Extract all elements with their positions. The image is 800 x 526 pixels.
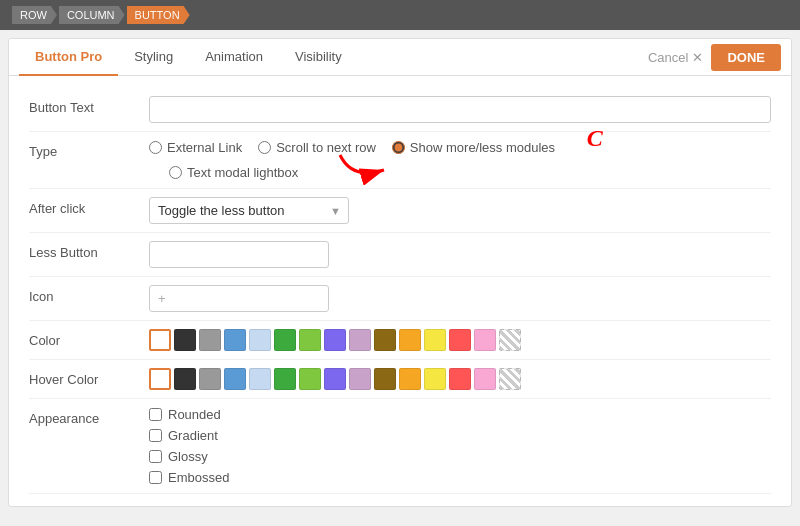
color-swatch-lilac[interactable]: [349, 329, 371, 351]
hover-swatch-lightblue[interactable]: [249, 368, 271, 390]
appearance-glossy[interactable]: Glossy: [149, 449, 771, 464]
after-click-control: Toggle the less button Do nothing Hide b…: [149, 197, 771, 224]
color-swatch-gray[interactable]: [199, 329, 221, 351]
button-text-input[interactable]: Button Text: [149, 96, 771, 123]
after-click-label: After click: [29, 197, 149, 216]
color-control: [149, 329, 771, 351]
breadcrumb-column[interactable]: COLUMN: [59, 6, 125, 24]
type-external-link[interactable]: External Link: [149, 140, 242, 155]
hover-swatch-lilac[interactable]: [349, 368, 371, 390]
appearance-gradient-label: Gradient: [168, 428, 218, 443]
hover-color-label: Hover Color: [29, 368, 149, 387]
color-swatch-orange[interactable]: [399, 329, 421, 351]
breadcrumb-bar: ROW COLUMN BUTTON: [0, 0, 800, 30]
color-swatch-brown[interactable]: [374, 329, 396, 351]
after-click-select[interactable]: Toggle the less button Do nothing Hide b…: [149, 197, 349, 224]
hover-swatch-yellow[interactable]: [424, 368, 446, 390]
type-modal-radio[interactable]: [169, 166, 182, 179]
color-swatch-blue[interactable]: [224, 329, 246, 351]
type-scroll-radio[interactable]: [258, 141, 271, 154]
button-text-label: Button Text: [29, 96, 149, 115]
type-label: Type: [29, 140, 149, 159]
tab-button-pro[interactable]: Button Pro: [19, 39, 118, 76]
hover-color-swatches: [149, 368, 771, 390]
appearance-embossed-checkbox[interactable]: [149, 471, 162, 484]
color-swatch-pink[interactable]: [474, 329, 496, 351]
type-modal-label: Text modal lightbox: [187, 165, 298, 180]
hover-swatch-gray[interactable]: [199, 368, 221, 390]
color-swatch-yellow[interactable]: [424, 329, 446, 351]
type-modal[interactable]: Text modal lightbox: [169, 165, 771, 180]
hover-color-row: Hover Color: [29, 360, 771, 399]
color-swatch-white[interactable]: [149, 329, 171, 351]
button-text-row: Button Text Button Text: [29, 88, 771, 132]
tab-animation[interactable]: Animation: [189, 39, 279, 76]
type-control: External Link Scroll to next row Show mo…: [149, 140, 771, 180]
tabs-actions: Cancel ✕ DONE: [648, 44, 781, 71]
appearance-label: Appearance: [29, 407, 149, 426]
type-scroll-label: Scroll to next row: [276, 140, 376, 155]
type-scroll[interactable]: Scroll to next row: [258, 140, 376, 155]
icon-row: Icon: [29, 277, 771, 321]
appearance-row: Appearance Rounded Gradient Glossy: [29, 399, 771, 494]
appearance-checkbox-group: Rounded Gradient Glossy Embossed: [149, 407, 771, 485]
color-swatch-red[interactable]: [449, 329, 471, 351]
type-radio-group: External Link Scroll to next row Show mo…: [149, 140, 771, 180]
icon-input[interactable]: [149, 285, 329, 312]
hover-swatch-orange[interactable]: [399, 368, 421, 390]
done-button[interactable]: DONE: [711, 44, 781, 71]
color-swatch-lightblue[interactable]: [249, 329, 271, 351]
type-row: Type External Link Scroll to next row: [29, 132, 771, 189]
after-click-select-wrapper: Toggle the less button Do nothing Hide b…: [149, 197, 349, 224]
appearance-rounded[interactable]: Rounded: [149, 407, 771, 422]
type-showmore-radio[interactable]: [392, 141, 405, 154]
hover-swatch-green[interactable]: [274, 368, 296, 390]
less-button-row: Less Button: [29, 233, 771, 277]
tabs-bar: Button Pro Styling Animation Visibility …: [9, 39, 791, 76]
appearance-control: Rounded Gradient Glossy Embossed: [149, 407, 771, 485]
less-button-input[interactable]: [149, 241, 329, 268]
type-external-label: External Link: [167, 140, 242, 155]
less-button-label: Less Button: [29, 241, 149, 260]
type-external-radio[interactable]: [149, 141, 162, 154]
icon-control: [149, 285, 771, 312]
color-swatch-purple[interactable]: [324, 329, 346, 351]
color-swatch-green[interactable]: [274, 329, 296, 351]
appearance-gradient-checkbox[interactable]: [149, 429, 162, 442]
main-panel: Button Pro Styling Animation Visibility …: [8, 38, 792, 507]
color-swatch-lightgreen[interactable]: [299, 329, 321, 351]
appearance-rounded-label: Rounded: [168, 407, 221, 422]
hover-swatch-blue[interactable]: [224, 368, 246, 390]
hover-swatch-black[interactable]: [174, 368, 196, 390]
appearance-glossy-label: Glossy: [168, 449, 208, 464]
breadcrumb-button[interactable]: BUTTON: [127, 6, 190, 24]
hover-color-control: [149, 368, 771, 390]
hover-swatch-purple[interactable]: [324, 368, 346, 390]
type-showmore-label: Show more/less modules: [410, 140, 555, 155]
appearance-embossed[interactable]: Embossed: [149, 470, 771, 485]
close-icon[interactable]: ✕: [692, 50, 703, 65]
hover-swatch-red[interactable]: [449, 368, 471, 390]
color-swatch-pattern[interactable]: [499, 329, 521, 351]
appearance-glossy-checkbox[interactable]: [149, 450, 162, 463]
color-label: Color: [29, 329, 149, 348]
breadcrumb-row[interactable]: ROW: [12, 6, 57, 24]
color-swatch-black[interactable]: [174, 329, 196, 351]
tab-visibility[interactable]: Visibility: [279, 39, 358, 76]
hover-swatch-lightgreen[interactable]: [299, 368, 321, 390]
form-body: Button Text Button Text Type External Li…: [9, 76, 791, 506]
hover-swatch-brown[interactable]: [374, 368, 396, 390]
tab-styling[interactable]: Styling: [118, 39, 189, 76]
less-button-control: [149, 241, 771, 268]
color-row: Color: [29, 321, 771, 360]
icon-label: Icon: [29, 285, 149, 304]
hover-swatch-white[interactable]: [149, 368, 171, 390]
hover-swatch-pink[interactable]: [474, 368, 496, 390]
appearance-rounded-checkbox[interactable]: [149, 408, 162, 421]
annotation-container: Show more/less modules: [392, 140, 555, 155]
hover-swatch-pattern[interactable]: [499, 368, 521, 390]
appearance-gradient[interactable]: Gradient: [149, 428, 771, 443]
cancel-label: Cancel: [648, 50, 688, 65]
type-showmore[interactable]: Show more/less modules: [392, 140, 555, 155]
cancel-button[interactable]: Cancel ✕: [648, 50, 703, 65]
